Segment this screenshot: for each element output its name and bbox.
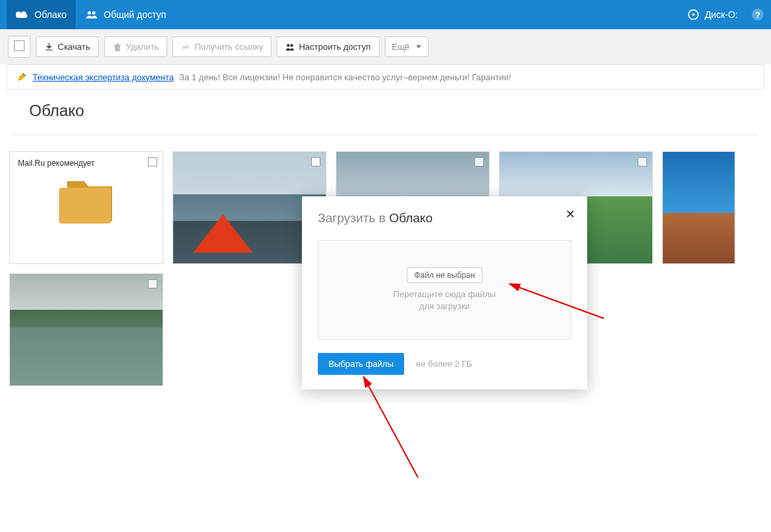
more-label: Ещё bbox=[392, 42, 410, 52]
nav-cloud-label: Облако bbox=[35, 9, 66, 20]
promo-tail: За 1 день! Все лицензии! Не понравится к… bbox=[179, 72, 511, 82]
dropzone[interactable]: Файл не выбран Перетащите сюда файлы для… bbox=[318, 240, 571, 340]
tile-image-4[interactable] bbox=[662, 151, 735, 264]
getlink-button[interactable]: Получить ссылку bbox=[173, 36, 271, 57]
tile-checkbox[interactable] bbox=[148, 279, 157, 289]
download-icon bbox=[44, 42, 54, 52]
dropzone-text: Перетащите сюда файлы для загрузки bbox=[393, 289, 496, 312]
promo-banner: Техническая экспертиза документа За 1 де… bbox=[7, 64, 764, 90]
dropzone-line1: Перетащите сюда файлы bbox=[393, 289, 496, 299]
tile-checkbox[interactable] bbox=[148, 157, 157, 166]
topbar: Облако Общий доступ Диск-О: ? bbox=[0, 0, 771, 29]
upload-limit-text: не более 2 ГБ bbox=[416, 359, 472, 369]
svg-text:?: ? bbox=[755, 10, 760, 20]
tile-checkbox[interactable] bbox=[474, 157, 484, 166]
svg-point-3 bbox=[692, 13, 695, 16]
tile-image-5[interactable] bbox=[9, 273, 163, 386]
nav-disk-o[interactable]: Диск-О: bbox=[682, 0, 743, 29]
nav-cloud[interactable]: Облако bbox=[7, 0, 76, 29]
modal-title-prefix: Загрузить в bbox=[318, 211, 389, 225]
link-icon bbox=[181, 42, 190, 52]
tile-checkbox[interactable] bbox=[311, 157, 320, 166]
nav-shared[interactable]: Общий доступ bbox=[76, 0, 175, 29]
access-label: Настроить доступ bbox=[299, 42, 370, 52]
disk-icon bbox=[687, 9, 699, 21]
dropzone-line2: для загрузки bbox=[419, 301, 470, 311]
nav-disk-label: Диск-О: bbox=[705, 9, 738, 20]
help-icon[interactable]: ? bbox=[751, 8, 764, 21]
download-label: Скачать bbox=[58, 42, 90, 52]
download-button[interactable]: Скачать bbox=[36, 36, 99, 57]
select-files-button[interactable]: Выбрать файлы bbox=[318, 353, 404, 375]
svg-point-7 bbox=[291, 44, 293, 46]
delete-label: Удалить bbox=[126, 42, 159, 52]
svg-point-6 bbox=[287, 44, 290, 46]
group-small-icon bbox=[285, 42, 295, 52]
cloud-icon bbox=[16, 10, 29, 19]
svg-point-0 bbox=[88, 11, 91, 15]
select-all-checkbox[interactable] bbox=[8, 36, 31, 58]
nav-shared-label: Общий доступ bbox=[104, 9, 166, 20]
modal-title: Загрузить в Облако bbox=[318, 211, 571, 226]
folder-icon bbox=[58, 178, 116, 228]
group-icon bbox=[85, 10, 98, 19]
toolbar: Скачать Удалить Получить ссылку Настроит… bbox=[0, 29, 771, 64]
trash-icon bbox=[113, 42, 122, 52]
tile-folder-label: Mail.Ru рекомендует bbox=[18, 159, 95, 168]
chevron-down-icon bbox=[416, 45, 421, 48]
file-status-pill: Файл не выбран bbox=[407, 267, 482, 283]
modal-title-strong: Облако bbox=[389, 211, 433, 225]
page-title: Облако bbox=[13, 90, 758, 135]
access-button[interactable]: Настроить доступ bbox=[277, 36, 379, 57]
upload-modal: Загрузить в Облако ✕ Файл не выбран Пере… bbox=[302, 196, 587, 389]
svg-point-1 bbox=[92, 11, 96, 15]
tile-folder-recommended[interactable]: Mail.Ru рекомендует bbox=[9, 151, 163, 264]
pen-icon bbox=[17, 72, 27, 82]
more-button[interactable]: Ещё bbox=[385, 36, 429, 57]
getlink-label: Получить ссылку bbox=[194, 42, 263, 52]
promo-link[interactable]: Техническая экспертиза документа bbox=[33, 72, 174, 82]
tile-checkbox[interactable] bbox=[638, 157, 647, 166]
delete-button[interactable]: Удалить bbox=[104, 36, 168, 57]
close-icon[interactable]: ✕ bbox=[565, 207, 575, 222]
